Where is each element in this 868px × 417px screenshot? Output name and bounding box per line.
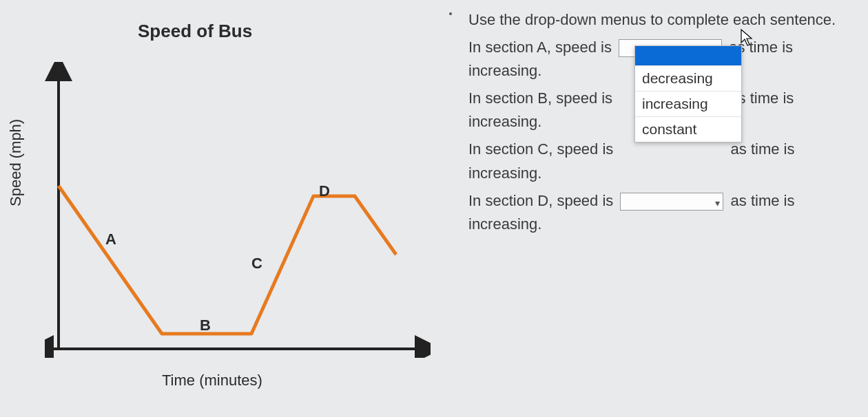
data-line — [59, 186, 396, 334]
x-axis-label: Time (minutes) — [162, 372, 262, 389]
dropdown-d[interactable]: ▾ — [620, 193, 723, 211]
sentence-a-cont: increasing. — [468, 62, 541, 79]
dropdown-option-constant[interactable]: constant — [635, 116, 741, 142]
segment-label-c: C — [251, 255, 262, 272]
sentence-d: In section D, speed is ▾ as time is incr… — [468, 189, 861, 236]
sentence-b-prefix: In section B, speed is — [468, 89, 612, 107]
sentence-d-prefix: In section D, speed is — [468, 192, 613, 209]
chart-panel: Speed of Bus Speed (mph) Time (minutes) … — [0, 0, 455, 417]
sentence-d-cont: increasing. — [468, 215, 541, 233]
sentence-c: In section C, speed is as time is increa… — [468, 138, 861, 184]
dropdown-option-blank[interactable] — [635, 46, 741, 65]
sentence-a-prefix: In section A, speed is — [468, 39, 612, 56]
sentence-c-prefix: In section C, speed is — [468, 140, 613, 158]
dropdown-a-options[interactable]: decreasing increasing constant — [634, 45, 742, 142]
chevron-down-icon: ▾ — [715, 196, 720, 211]
instruction-text: Use the drop-down menus to complete each… — [468, 8, 861, 32]
dropdown-option-increasing[interactable]: increasing — [635, 91, 741, 116]
sentence-b-cont: increasing. — [468, 113, 541, 130]
dropdown-option-decreasing[interactable]: decreasing — [635, 65, 741, 91]
segment-label-b: B — [200, 317, 211, 334]
segment-label-a: A — [105, 231, 116, 248]
chart-title: Speed of Bus — [138, 21, 252, 42]
sentence-c-suffix: as time is — [731, 140, 795, 158]
y-axis-label: Speed (mph) — [7, 119, 25, 206]
chart-plot — [45, 62, 431, 358]
segment-label-d: D — [319, 182, 330, 200]
sentence-d-suffix: as time is — [731, 192, 795, 209]
sentence-c-cont: increasing. — [468, 164, 541, 182]
bullet-icon — [449, 12, 452, 15]
cursor-icon — [741, 29, 754, 47]
